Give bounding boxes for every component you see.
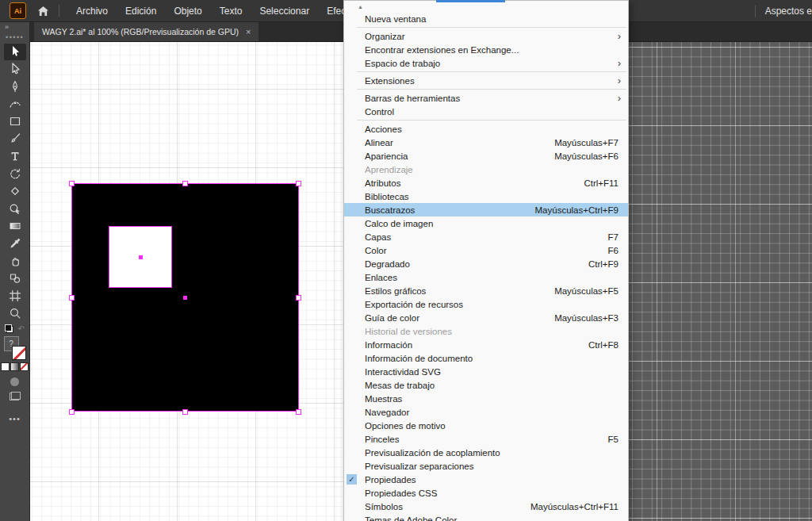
menu-item-aprendizaje[interactable]: Aprendizaje (344, 163, 628, 176)
menu-item-encontrar-extensiones-en-exchange[interactable]: Encontrar extensiones en Exchange... (344, 43, 628, 56)
menu-item-propiedades-css[interactable]: Propiedades CSS (344, 486, 628, 500)
panel-grip-icon[interactable]: ••••• (6, 33, 24, 41)
selection-handle-e[interactable] (296, 295, 301, 301)
tab-close-icon[interactable]: × (246, 27, 251, 36)
symbols-tool[interactable] (0, 270, 29, 287)
menu-item-mesas-de-trabajo[interactable]: Mesas de trabajo (344, 378, 628, 392)
menu-item-color[interactable]: ColorF6 (344, 243, 628, 257)
menu-item-buscatrazos[interactable]: BuscatrazosMayúsculas+Ctrl+F9 (344, 203, 628, 216)
none-button[interactable] (20, 362, 29, 371)
eyedropper-tool[interactable] (0, 235, 29, 252)
pen-tool[interactable] (0, 78, 29, 95)
rotate-tool[interactable] (0, 165, 29, 182)
menu-item-enlaces[interactable]: Enlaces (344, 270, 628, 284)
menu-item-nueva-ventana[interactable]: Nueva ventana (344, 12, 628, 25)
menu-item-previsualizar-separaciones[interactable]: Previsualizar separaciones (344, 459, 628, 473)
menu-item-interactividad-svg[interactable]: Interactividad SVG (344, 365, 628, 378)
inner-object-center-point[interactable] (139, 255, 143, 259)
menubar-item-texto[interactable]: Texto (211, 0, 251, 22)
menu-item-historial-de-versiones[interactable]: Historial de versiones (344, 324, 628, 338)
type-tool[interactable] (0, 147, 29, 165)
tools-panel-header[interactable]: » ••••• (0, 22, 29, 43)
edit-toolbar-button[interactable]: ••• (0, 414, 29, 423)
selection-tool[interactable] (0, 43, 29, 60)
object-center-point[interactable] (183, 296, 187, 300)
eraser-tool[interactable] (0, 182, 29, 200)
menu-item-label: Pinceles (365, 435, 399, 444)
rectangle-tool[interactable] (0, 113, 29, 130)
menu-item-exportaci-n-de-recursos[interactable]: Exportación de recursos (344, 297, 628, 311)
menu-item-apariencia[interactable]: AparienciaMayúsculas+F6 (344, 149, 628, 163)
menu-item-muestras[interactable]: Muestras (344, 392, 628, 405)
zoom-tool[interactable] (0, 305, 29, 322)
menu-item-label: Organizar (365, 32, 405, 41)
menubar-item-seleccionar[interactable]: Seleccionar (251, 0, 318, 22)
gradient-button[interactable] (10, 362, 19, 371)
menu-item-extensiones[interactable]: Extensiones› (344, 74, 628, 87)
color-button[interactable] (1, 362, 10, 371)
menu-item-control[interactable]: Control (344, 105, 628, 118)
menu-item-label: Barras de herramientas (365, 94, 460, 103)
menu-item-acciones[interactable]: Acciones (344, 122, 628, 136)
menu-scroll-up-arrow[interactable]: ▲ (344, 1, 628, 12)
pasteboard-grid[interactable] (629, 41, 812, 521)
curvature-tool[interactable] (0, 95, 29, 113)
selection-handle-w[interactable] (69, 295, 75, 301)
menu-item-temas-de-adobe-color[interactable]: Temas de Adobe Color (344, 513, 628, 521)
menu-item-gu-a-de-color[interactable]: Guía de colorMayúsculas+F3 (344, 311, 628, 324)
menu-item-label: Opciones de motivo (365, 421, 446, 431)
menu-item-barras-de-herramientas[interactable]: Barras de herramientas› (344, 91, 628, 105)
drawing-modes-button[interactable] (0, 374, 29, 389)
selection-handle-se[interactable] (296, 409, 301, 415)
selection-handle-s[interactable] (182, 409, 188, 415)
hand-tool[interactable] (0, 252, 29, 270)
menu-item-s-mbolos[interactable]: SímbolosMayúsculas+Ctrl+F11 (344, 500, 628, 513)
menu-item-label: Extensiones (365, 76, 415, 86)
menu-item-alinear[interactable]: AlinearMayúsculas+F7 (344, 136, 628, 149)
menu-item-shortcut: Mayúsculas+F6 (554, 151, 619, 161)
menu-item-calco-de-imagen[interactable]: Calco de imagen (344, 216, 628, 230)
menu-item-navegador[interactable]: Navegador (344, 405, 628, 419)
menu-item-label: Degradado (365, 259, 410, 269)
menu-item-informaci-n-de-documento[interactable]: Información de documento (344, 351, 628, 365)
menu-item-capas[interactable]: CapasF7 (344, 230, 628, 243)
menubar-item-objeto[interactable]: Objeto (165, 0, 210, 22)
menu-item-label: Estilos gráficos (365, 286, 426, 296)
menu-item-propiedades[interactable]: ✓Propiedades (344, 473, 628, 486)
menu-item-bibliotecas[interactable]: Bibliotecas (344, 190, 628, 203)
stroke-swatch-none[interactable] (12, 346, 26, 360)
selection-handle-nw[interactable] (69, 181, 75, 186)
menu-item-degradado[interactable]: DegradadoCtrl+F9 (344, 257, 628, 270)
menu-item-atributos[interactable]: AtributosCtrl+F11 (344, 176, 628, 190)
artboard-tool[interactable] (0, 287, 29, 305)
workspace-switcher[interactable]: Aspectos es (765, 6, 812, 17)
fill-stroke-indicator[interactable]: ? (4, 336, 26, 360)
check-icon: ✓ (347, 474, 357, 485)
menu-item-opciones-de-motivo[interactable]: Opciones de motivo (344, 419, 628, 432)
menubar-item-archivo[interactable]: Archivo (67, 0, 117, 22)
screen-mode-button[interactable] (0, 389, 29, 403)
menu-item-pinceles[interactable]: PincelesF5 (344, 432, 628, 446)
menu-item-label: Temas de Adobe Color (365, 515, 457, 521)
fill-stroke-proxy-icon[interactable] (5, 324, 13, 333)
menu-item-shortcut: Ctrl+F8 (588, 340, 619, 350)
selection-handle-n[interactable] (182, 181, 188, 186)
gradient-tool[interactable] (0, 217, 29, 235)
selection-handle-ne[interactable] (296, 181, 301, 186)
menu-item-label: Mesas de trabajo (365, 381, 435, 390)
menu-item-estilos-gr-ficos[interactable]: Estilos gráficosMayúsculas+F5 (344, 284, 628, 297)
menu-item-previsualizaci-n-de-acoplamiento[interactable]: Previsualización de acoplamiento (344, 446, 628, 459)
menu-item-espacio-de-trabajo[interactable]: Espacio de trabajo› (344, 56, 628, 70)
menu-item-label: Exportación de recursos (365, 300, 463, 309)
menu-item-organizar[interactable]: Organizar› (344, 29, 628, 43)
direct-selection-tool[interactable] (0, 60, 29, 78)
document-tab[interactable]: WAGY 2.ai* al 100% (RGB/Previsualización… (34, 22, 259, 41)
collapse-panel-icon[interactable]: » (5, 23, 10, 31)
menu-item-label: Interactividad SVG (365, 367, 441, 377)
menubar-item-edición[interactable]: Edición (117, 0, 165, 22)
home-icon[interactable] (37, 6, 49, 17)
paintbrush-tool[interactable] (0, 130, 29, 147)
menu-item-informaci-n[interactable]: InformaciónCtrl+F8 (344, 338, 628, 351)
selection-handle-sw[interactable] (69, 409, 75, 415)
shape-builder-tool[interactable] (0, 200, 29, 217)
